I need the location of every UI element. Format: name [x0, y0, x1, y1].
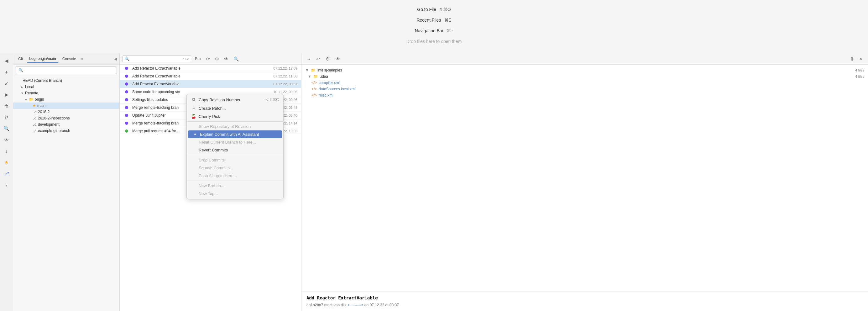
- ctx-squash-commits: Squash Commits...: [187, 164, 283, 172]
- tree-item-2018-2-inspections[interactable]: ⎇ 2018-2-inspections: [13, 115, 119, 121]
- eye-detail-btn[interactable]: 👁: [334, 56, 342, 62]
- tree-item-remote[interactable]: ▼ Remote: [13, 90, 119, 96]
- ctx-reset-branch: Reset Current Branch to Here...: [187, 138, 283, 146]
- file-tree: ▼ 📁 intellij-samples 4 files ▼ 📁 .idea 4…: [302, 65, 868, 291]
- ctx-drop-commits: Drop Commits: [187, 156, 283, 164]
- ctx-separator-1: [187, 121, 283, 122]
- commit-row[interactable]: Add Reactor ExtractVariable 07.12.22, 08…: [120, 80, 301, 88]
- ctx-cherry-pick[interactable]: 🍒 Cherry-Pick: [187, 113, 283, 120]
- root-folder-icon: 📁: [311, 68, 315, 72]
- detail-panel: ⇥ ↩ ⏱ 👁 ⇅ ✕ ▼ 📁 intellij-samples 4 files…: [302, 53, 868, 311]
- tree-item-origin[interactable]: ▼ 📁 origin: [13, 96, 119, 102]
- find-icon[interactable]: 🔍: [232, 56, 240, 62]
- commit-date: 07.12.22, 11:58: [263, 74, 298, 78]
- tree-item-2018-2[interactable]: ⎇ 2018-2: [13, 109, 119, 115]
- commit-dot: [125, 129, 128, 133]
- ctx-create-patch[interactable]: ＋ Create Patch...: [187, 104, 283, 113]
- tab-console[interactable]: Console: [60, 56, 79, 62]
- search-side-btn[interactable]: 🔍: [2, 124, 11, 133]
- plus-icon: ＋: [191, 105, 196, 111]
- nav-bar-menu[interactable]: Navigation Bar ⌘↑: [415, 27, 454, 34]
- file-tree-idea[interactable]: ▼ 📁 .idea 4 files: [302, 73, 868, 80]
- commit-email: <···········>: [347, 303, 364, 307]
- goto-file-menu[interactable]: Go to File ⇧⌘O: [417, 6, 451, 13]
- commits-toolbar: 🔍 .* Cc Bra ⟳ ⚙ 👁 🔍: [120, 53, 301, 65]
- tree-item-development[interactable]: ⎇ development: [13, 121, 119, 128]
- trash-btn[interactable]: 🗑: [2, 101, 11, 111]
- undo-btn[interactable]: ↩: [315, 56, 321, 62]
- commit-dot: [125, 122, 128, 125]
- file-tree-compiler-xml[interactable]: </> compiler.xml: [302, 80, 868, 86]
- commits-search-input[interactable]: [131, 57, 182, 61]
- add-btn[interactable]: ＋: [2, 67, 11, 77]
- commits-search-box[interactable]: 🔍 .* Cc: [122, 56, 191, 62]
- git-panel: Git Log: origin/main Console × ◀ HEAD (C…: [13, 53, 120, 311]
- compiler-xml-icon: </>: [311, 81, 317, 85]
- context-menu: ⧉ Copy Revision Number ⌥⇧⌘C ＋ Create Pat…: [186, 94, 284, 199]
- expand-idea-arrow: ▼: [308, 74, 311, 79]
- file-tree-misc-xml[interactable]: </> misc.xml: [302, 92, 868, 98]
- commit-date: 07.12.22 at 08:37: [370, 303, 399, 307]
- tree-item-example-git-branch[interactable]: ⎇ example-git-branch: [13, 128, 119, 134]
- icon-sidebar: ◀ ＋ ↙ ▶ 🗑 ⇄ 🔍 👁 ↕ ★ ⎇ ›: [0, 53, 13, 311]
- recent-files-menu[interactable]: Recent Files ⌘E: [416, 16, 451, 24]
- ctx-show-repo: Show Repository at Revision: [187, 123, 283, 130]
- idea-count: 4 files: [855, 74, 864, 79]
- arrow-down-left-btn[interactable]: ↙: [2, 79, 11, 88]
- commit-message: Add Refactor ExtractVariable: [132, 74, 260, 79]
- collapse-sidebar-btn[interactable]: ◀: [2, 56, 11, 66]
- collapse-tabs-btn[interactable]: ◀: [114, 57, 117, 61]
- file-tree-root[interactable]: ▼ 📁 intellij-samples 4 files: [302, 67, 868, 73]
- eye-btn[interactable]: 👁: [2, 135, 11, 145]
- commit-author: marit.van.dijk: [324, 303, 347, 307]
- tab-git[interactable]: Git: [16, 56, 25, 62]
- ai-star-icon: ✦: [192, 132, 197, 137]
- refresh-icon[interactable]: ⟳: [205, 56, 212, 62]
- star-btn[interactable]: ★: [2, 157, 11, 167]
- commit-hash: ba1b2ba7: [307, 303, 323, 307]
- main-content: ◀ ＋ ↙ ▶ 🗑 ⇄ 🔍 👁 ↕ ★ ⎇ › Git Log: origin/…: [0, 53, 868, 311]
- sort-btn[interactable]: ⇅: [848, 56, 856, 62]
- git-btn[interactable]: ⎇: [2, 169, 11, 179]
- tab-log[interactable]: Log: origin/main: [27, 55, 58, 63]
- expand-detail-btn[interactable]: ⇥: [305, 56, 312, 62]
- arrows-btn[interactable]: ⇄: [2, 112, 11, 122]
- git-search-bar: [13, 65, 119, 76]
- settings-icon[interactable]: ⚙: [213, 56, 221, 62]
- expand-root-arrow: ▼: [305, 68, 309, 72]
- close-detail-btn[interactable]: ✕: [857, 56, 864, 62]
- cc-label: Cc: [185, 57, 189, 61]
- ctx-explain-ai[interactable]: ✦ Explain Commit with AI Assistant: [188, 130, 282, 138]
- commit-row[interactable]: Add Refactor ExtractVariable 07.12.22, 1…: [120, 65, 301, 72]
- git-search-input[interactable]: [16, 66, 117, 74]
- file-tree-datasources-xml[interactable]: </> dataSources.local.xml: [302, 86, 868, 92]
- commit-dot: [125, 114, 128, 117]
- git-tree-view: HEAD (Current Branch) ▶ Local ▼ Remote ▼…: [13, 76, 119, 311]
- commit-message: Add Refactor ExtractVariable: [132, 66, 260, 70]
- tab-close-btn[interactable]: ×: [80, 56, 84, 61]
- ctx-revert-commits[interactable]: Revert Commits: [187, 146, 283, 154]
- commit-date-label: on: [365, 303, 369, 307]
- ctx-copy-revision[interactable]: ⧉ Copy Revision Number ⌥⇧⌘C: [187, 96, 283, 104]
- commit-dot: [125, 67, 128, 70]
- datasources-xml-icon: </>: [311, 87, 317, 91]
- commit-date: 10.11.22, 09:06: [263, 90, 298, 94]
- commit-dot: [125, 106, 128, 109]
- copy-icon: ⧉: [191, 97, 196, 102]
- tree-item-local[interactable]: ▶ Local: [13, 84, 119, 90]
- eye-toolbar-icon[interactable]: 👁: [222, 56, 230, 62]
- run-btn[interactable]: ▶: [2, 90, 11, 100]
- commit-date: 07.12.22, 12:09: [263, 66, 298, 70]
- idea-label: .idea: [320, 74, 853, 79]
- commit-dot: [125, 90, 128, 93]
- ctx-separator-2: [187, 155, 283, 155]
- tree-item-head[interactable]: HEAD (Current Branch): [13, 77, 119, 84]
- expand-btn[interactable]: ›: [2, 180, 11, 190]
- commit-row[interactable]: Add Refactor ExtractVariable 07.12.22, 1…: [120, 72, 301, 80]
- arrows2-btn[interactable]: ↕: [2, 146, 11, 156]
- commit-dot: [125, 83, 128, 86]
- history-btn[interactable]: ⏱: [324, 56, 332, 62]
- ctx-separator-3: [187, 181, 283, 181]
- tree-item-main[interactable]: ★ main: [13, 102, 119, 109]
- tabs-bar: Git Log: origin/main Console × ◀: [13, 53, 119, 65]
